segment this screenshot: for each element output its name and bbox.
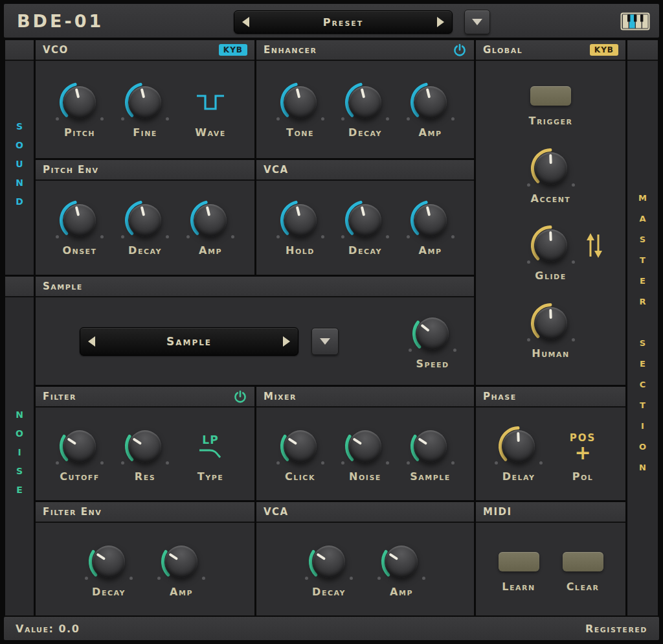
midi-learn-button[interactable] [499,552,539,571]
tone-knob[interactable]: Tone [279,81,322,139]
fine-knob[interactable]: Fine [124,81,166,139]
global-kyb-badge[interactable]: KYB [590,44,618,56]
knob-graphic[interactable] [380,540,423,583]
knob-body[interactable] [284,430,317,463]
knob-body[interactable] [502,430,535,463]
delay-knob[interactable]: Delay [497,425,540,483]
preset-selector[interactable]: Preset [234,10,453,34]
sample-knob[interactable]: Sample [409,425,452,483]
onset-knob[interactable]: Onset [58,199,101,257]
sample-dropdown-button[interactable] [311,328,339,355]
knob-graphic[interactable] [530,224,572,267]
preset-value[interactable]: Preset [249,16,437,29]
preset-dropdown-button[interactable] [464,10,490,34]
sample-next-arrow-icon[interactable] [283,336,290,347]
knob-body[interactable] [535,307,567,339]
knob-graphic[interactable] [189,199,232,242]
knob-graphic[interactable] [279,425,322,468]
knob-graphic[interactable] [160,540,203,583]
wave-label[interactable]: Wave [195,126,225,139]
up-down-arrows-icon[interactable] [584,232,605,259]
knob-body[interactable] [284,204,317,236]
amp-knob[interactable]: Amp [409,199,452,257]
hold-knob[interactable]: Hold [279,199,322,257]
knob-graphic[interactable] [279,199,322,242]
filter-power-icon[interactable] [233,389,247,404]
knob-body[interactable] [535,229,567,262]
knob-graphic[interactable] [124,425,166,468]
decay-knob[interactable]: Decay [344,199,387,257]
knob-body[interactable] [349,204,381,236]
knob-graphic[interactable] [344,425,387,468]
decay-knob[interactable]: Decay [344,81,387,139]
cutoff-knob[interactable]: Cutoff [58,425,101,483]
knob-body[interactable] [313,546,345,578]
knob-graphic[interactable] [344,199,387,242]
knob-graphic[interactable] [497,425,540,468]
knob-graphic[interactable] [409,425,452,468]
amp-knob[interactable]: Amp [409,81,452,139]
vco-kyb-badge[interactable]: KYB [219,44,247,56]
sample-selector[interactable]: Sample [80,327,298,356]
knob-body[interactable] [63,86,96,119]
knob-graphic[interactable] [124,199,166,242]
knob-graphic[interactable] [279,81,322,124]
knob-body[interactable] [414,430,447,463]
knob-body[interactable] [349,430,381,463]
knob-body[interactable] [93,546,125,578]
knob-graphic[interactable] [58,425,101,468]
knob-graphic[interactable] [530,147,572,190]
decay-knob[interactable]: Decay [124,199,166,257]
click-knob[interactable]: Click [279,425,322,483]
pitch-knob[interactable]: Pitch [58,81,101,139]
knob-graphic[interactable] [411,312,454,355]
knob-body[interactable] [284,86,317,119]
polarity-label[interactable]: Pol [572,470,594,483]
square-wave-icon[interactable] [194,91,227,113]
knob-graphic[interactable] [308,540,350,583]
sample-prev-arrow-icon[interactable] [88,336,95,347]
preset-prev-arrow-icon[interactable] [242,17,249,27]
knob-body[interactable] [129,204,161,236]
amp-knob[interactable]: Amp [160,540,203,598]
knob-body[interactable] [416,317,449,350]
human-knob[interactable]: Human [530,302,572,360]
knob-graphic[interactable] [124,81,166,124]
enhancer-power-icon[interactable] [453,43,467,57]
knob-body[interactable] [165,546,197,578]
noise-knob[interactable]: Noise [344,425,387,483]
trigger-button[interactable] [530,86,571,106]
lowpass-curve-icon[interactable] [197,448,224,459]
res-knob[interactable]: Res [124,425,166,483]
knob-graphic[interactable] [58,81,101,124]
piano-keyboard-icon[interactable] [620,12,650,30]
decay-knob[interactable]: Decay [308,540,350,598]
knob-graphic[interactable] [409,81,452,124]
knob-body[interactable] [414,204,447,236]
speed-knob[interactable]: Speed [411,312,454,370]
knob-graphic[interactable] [409,199,452,242]
knob-graphic[interactable] [87,540,130,583]
knob-body[interactable] [63,430,96,463]
knob-graphic[interactable] [530,302,572,345]
amp-knob[interactable]: Amp [189,199,232,257]
knob-body[interactable] [535,152,567,185]
knob-body[interactable] [129,86,161,119]
knob-graphic[interactable] [344,81,387,124]
glide-knob[interactable]: Glide [530,224,572,282]
filter-type-value[interactable]: LP [202,433,218,446]
knob-body[interactable] [385,546,418,578]
knob-body[interactable] [129,430,161,463]
knob-body[interactable] [414,86,447,119]
knob-body[interactable] [194,204,227,236]
accent-knob[interactable]: Accent [530,147,572,205]
plus-icon[interactable]: + [574,444,590,461]
knob-body[interactable] [349,86,381,119]
filter-type-label[interactable]: Type [197,470,223,483]
preset-next-arrow-icon[interactable] [437,17,444,27]
amp-knob[interactable]: Amp [380,540,423,598]
decay-knob[interactable]: Decay [87,540,130,598]
sample-selector-value[interactable]: Sample [95,335,283,348]
midi-clear-button[interactable] [563,552,603,571]
knob-graphic[interactable] [58,199,101,242]
